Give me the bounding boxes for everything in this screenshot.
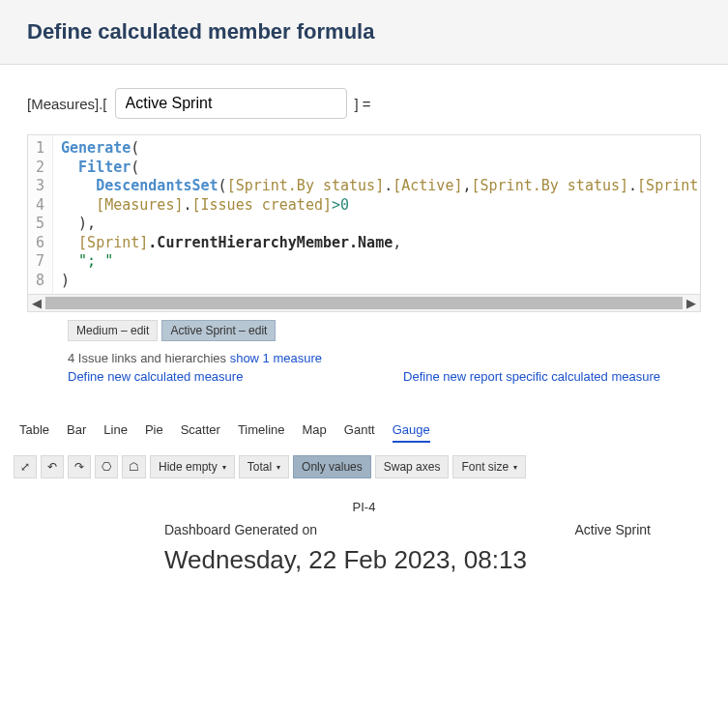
formula-prefix: [Measures].[ <box>27 96 107 112</box>
issue-links-text: 4 Issue links and hierarchies <box>68 351 230 365</box>
show-measure-link[interactable]: show 1 measure <box>230 351 322 365</box>
dashboard-date: Wednesday, 22 Feb 2023, 08:13 <box>19 541 709 575</box>
scroll-right-icon[interactable]: ▶ <box>683 295 700 311</box>
modal-title: Define calculated member formula <box>27 19 701 44</box>
tab-line[interactable]: Line <box>103 422 128 443</box>
tab-table[interactable]: Table <box>19 422 49 443</box>
formula-suffix: ] = <box>355 96 371 112</box>
active-sprint-label: Active Sprint <box>574 522 651 537</box>
redo-icon[interactable]: ↷ <box>68 455 91 478</box>
scroll-track[interactable] <box>45 297 683 309</box>
define-calc-link[interactable]: Define new calculated measure <box>68 369 243 384</box>
tab-pie[interactable]: Pie <box>145 422 163 443</box>
tag-active-sprint-edit[interactable]: Active Sprint – edit <box>161 320 276 341</box>
tag-medium-edit[interactable]: Medium – edit <box>68 320 158 341</box>
scroll-left-icon[interactable]: ◀ <box>28 295 45 311</box>
chart-type-tabs: Table Bar Line Pie Scatter Timeline Map … <box>0 393 728 449</box>
tab-gantt[interactable]: Gantt <box>344 422 375 443</box>
line-gutter: 1 2 3 4 5 6 7 8 <box>28 135 53 294</box>
font-size-button[interactable]: Font size <box>452 455 526 478</box>
bookmark-icon[interactable]: ☖ <box>122 455 146 478</box>
horizontal-scrollbar[interactable]: ◀ ▶ <box>27 295 701 312</box>
tab-gauge[interactable]: Gauge <box>393 422 430 443</box>
swap-axes-button[interactable]: Swap axes <box>375 455 450 478</box>
undo-icon[interactable]: ↶ <box>41 455 64 478</box>
code-content[interactable]: Generate( Filter( DescendantsSet([Sprint… <box>53 135 700 294</box>
tab-scatter[interactable]: Scatter <box>181 422 220 443</box>
tab-map[interactable]: Map <box>303 422 327 443</box>
expand-icon[interactable]: ⤢ <box>14 455 37 478</box>
pi-label: PI-4 <box>19 494 709 518</box>
dashboard-generated-label: Dashboard Generated on <box>164 522 317 537</box>
drilldown-icon[interactable]: ⎔ <box>95 455 118 478</box>
hide-empty-button[interactable]: Hide empty <box>150 455 235 478</box>
total-button[interactable]: Total <box>239 455 289 478</box>
define-report-link[interactable]: Define new report specific calculated me… <box>403 369 660 384</box>
only-values-button[interactable]: Only values <box>293 455 371 478</box>
code-editor[interactable]: 1 2 3 4 5 6 7 8 Generate( Filter( Descen… <box>27 134 701 295</box>
tab-bar[interactable]: Bar <box>67 422 86 443</box>
member-name-input[interactable] <box>115 88 347 119</box>
toolbar: ⤢ ↶ ↷ ⎔ ☖ Hide empty Total Only values S… <box>0 449 728 484</box>
tab-timeline[interactable]: Timeline <box>238 422 285 443</box>
